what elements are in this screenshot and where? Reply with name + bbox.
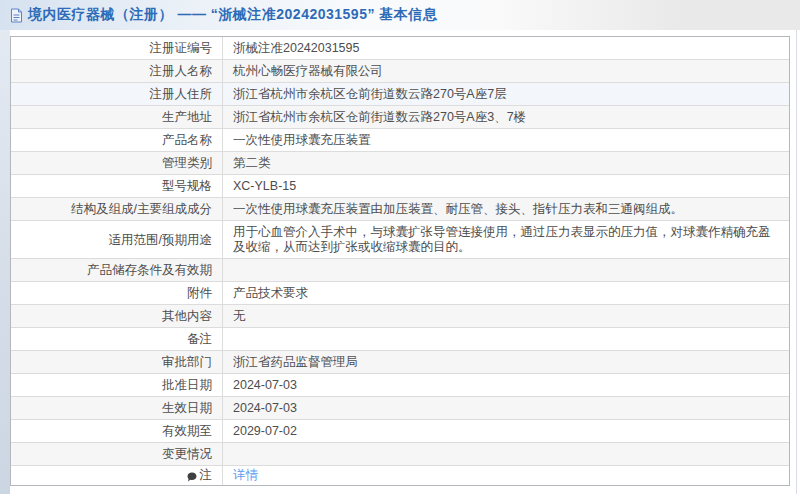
table-row-approval-department: 审批部门 浙江省药品监督管理局	[11, 350, 789, 373]
note-bubble-icon	[187, 471, 197, 481]
row-value: 杭州心畅医疗器械有限公司	[223, 60, 789, 82]
row-label: 型号规格	[11, 175, 223, 197]
row-label: 生产地址	[11, 106, 223, 128]
table-row-registrant-name: 注册人名称 杭州心畅医疗器械有限公司	[11, 59, 789, 82]
row-value: 2024-07-03	[223, 374, 789, 396]
table-row-intended-use: 适用范围/预期用途 用于心血管介入手术中，与球囊扩张导管连接使用，通过压力表显示…	[11, 220, 789, 258]
row-value: 浙械注准20242031595	[223, 37, 789, 59]
right-edge-line	[796, 30, 797, 494]
table-row-other-content: 其他内容 无	[11, 304, 789, 327]
row-label: 产品名称	[11, 129, 223, 151]
table-row-structure-composition: 结构及组成/主要组成成分 一次性使用球囊充压装置由加压装置、耐压管、接头、指针压…	[11, 197, 789, 220]
row-label: 注册证编号	[11, 37, 223, 59]
table-row-expiry-date: 有效期至 2029-07-02	[11, 419, 789, 442]
row-label: 注	[11, 466, 223, 485]
row-label: 注册人名称	[11, 60, 223, 82]
row-label: 审批部门	[11, 351, 223, 373]
row-label: 有效期至	[11, 420, 223, 442]
row-value: 一次性使用球囊充压装置	[223, 129, 789, 151]
row-value	[223, 328, 789, 350]
table-row-management-class: 管理类别 第二类	[11, 151, 789, 174]
row-value: XC-YLB-15	[223, 175, 789, 197]
device-info-table: 注册证编号 浙械注准20242031595 注册人名称 杭州心畅医疗器械有限公司…	[10, 36, 790, 486]
row-value: 产品技术要求	[223, 282, 789, 304]
document-icon	[10, 8, 23, 23]
table-row-remarks: 备注	[11, 327, 789, 350]
row-value	[223, 259, 789, 281]
table-row-product-name: 产品名称 一次性使用球囊充压装置	[11, 128, 789, 151]
row-value: 详情	[223, 466, 789, 485]
row-label: 附件	[11, 282, 223, 304]
table-row-reg-cert-no: 注册证编号 浙械注准20242031595	[11, 37, 789, 59]
registration-info-page: 境内医疗器械（注册） —— “浙械注准20242031595” 基本信息 注册证…	[0, 0, 800, 494]
row-value: 2024-07-03	[223, 397, 789, 419]
left-margin-strip	[0, 30, 10, 494]
page-header: 境内医疗器械（注册） —— “浙械注准20242031595” 基本信息	[0, 0, 800, 30]
row-value: 2029-07-02	[223, 420, 789, 442]
page-title: 境内医疗器械（注册） —— “浙械注准20242031595” 基本信息	[28, 6, 437, 24]
table-row-attachment: 附件 产品技术要求	[11, 281, 789, 304]
table-row-effective-date: 生效日期 2024-07-03	[11, 396, 789, 419]
row-value: 浙江省杭州市余杭区仓前街道数云路270号A座3、7楼	[223, 106, 789, 128]
table-row-registrant-address: 注册人住所 浙江省杭州市余杭区仓前街道数云路270号A座7层	[11, 82, 789, 105]
table-row-change-status: 变更情况	[11, 442, 789, 465]
table-row-approval-date: 批准日期 2024-07-03	[11, 373, 789, 396]
row-label: 其他内容	[11, 305, 223, 327]
table-row-note: 注 详情	[11, 465, 789, 485]
row-value: 用于心血管介入手术中，与球囊扩张导管连接使用，通过压力表显示的压力值，对球囊作精…	[223, 221, 789, 258]
row-value: 无	[223, 305, 789, 327]
row-label: 注册人住所	[11, 83, 223, 105]
row-value: 一次性使用球囊充压装置由加压装置、耐压管、接头、指针压力表和三通阀组成。	[223, 198, 789, 220]
row-label: 批准日期	[11, 374, 223, 396]
table-row-storage-validity: 产品储存条件及有效期	[11, 258, 789, 281]
row-label: 适用范围/预期用途	[11, 221, 223, 258]
table-row-production-address: 生产地址 浙江省杭州市余杭区仓前街道数云路270号A座3、7楼	[11, 105, 789, 128]
row-label: 结构及组成/主要组成成分	[11, 198, 223, 220]
row-value: 第二类	[223, 152, 789, 174]
row-label: 管理类别	[11, 152, 223, 174]
row-label: 变更情况	[11, 443, 223, 465]
detail-link[interactable]: 详情	[233, 468, 258, 483]
row-value: 浙江省药品监督管理局	[223, 351, 789, 373]
row-value: 浙江省杭州市余杭区仓前街道数云路270号A座7层	[223, 83, 789, 105]
note-label: 注	[200, 468, 213, 483]
row-label: 备注	[11, 328, 223, 350]
row-label: 生效日期	[11, 397, 223, 419]
row-value	[223, 443, 789, 465]
row-label: 产品储存条件及有效期	[11, 259, 223, 281]
table-row-model-spec: 型号规格 XC-YLB-15	[11, 174, 789, 197]
